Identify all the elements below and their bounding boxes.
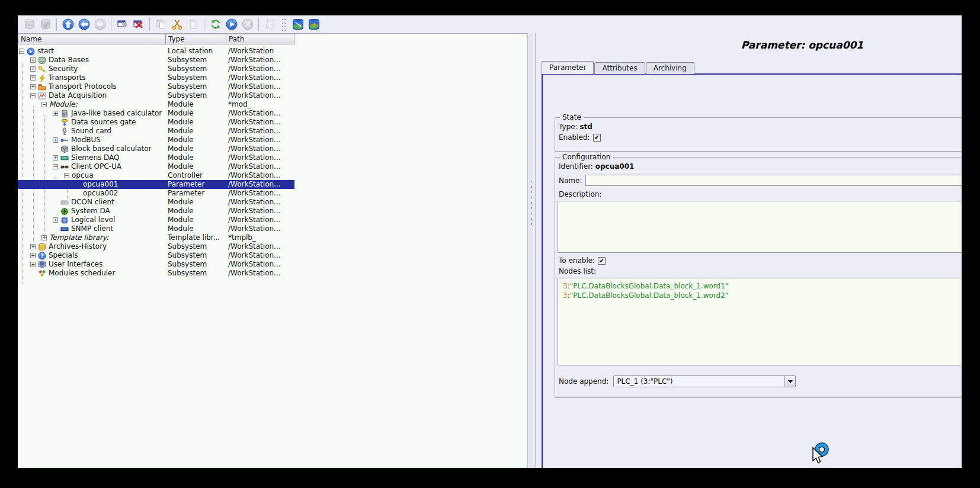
copy-item-button[interactable] xyxy=(153,17,169,32)
tree-row-opcua002[interactable]: opcua002Parameter/WorkStation... xyxy=(18,189,294,198)
expand-plus-icon[interactable]: + xyxy=(53,155,58,160)
tree-row-java-like-based-calculator[interactable]: +Java-like based calculatorModule/WorkSt… xyxy=(18,109,294,118)
tree-column-header-type[interactable]: Type xyxy=(166,34,226,44)
type-label: Type: xyxy=(559,123,578,131)
expand-plus-icon[interactable]: + xyxy=(30,66,36,72)
expand-plus-icon[interactable]: + xyxy=(53,137,58,143)
expand-plus-icon[interactable]: + xyxy=(41,235,47,240)
delete-item-button[interactable] xyxy=(130,17,146,32)
tree-item-type: Module xyxy=(166,136,226,145)
tree-row-opcua001[interactable]: opcua001Parameter/WorkStation... xyxy=(18,180,294,189)
tree-row-snmp-client[interactable]: SNMP clientModule/WorkStation... xyxy=(18,224,294,233)
expand-plus-icon[interactable]: + xyxy=(30,253,36,258)
collapse-minus-icon[interactable]: − xyxy=(30,93,36,98)
tree-row-user-interfaces[interactable]: +User InterfacesSubsystem/WorkStation... xyxy=(18,260,294,269)
tree-header: NameTypePath xyxy=(18,34,527,44)
expand-plus-icon[interactable]: + xyxy=(30,244,36,249)
dev-tools-button-2[interactable] xyxy=(306,17,322,32)
tree-item-type: Module xyxy=(166,162,226,171)
tree-item-type: Module xyxy=(166,207,226,216)
tree-row-security[interactable]: +SecuritySubsystem/WorkStation... xyxy=(18,65,294,73)
tab-archiving[interactable]: Archiving xyxy=(646,62,694,74)
configurator-window: NameTypePath −startLocal station/WorkSta… xyxy=(18,15,962,468)
mouse-cursor xyxy=(806,441,833,468)
toolbar-separator xyxy=(204,18,204,31)
cut-item-button[interactable] xyxy=(169,17,185,32)
clear-button[interactable] xyxy=(262,17,278,32)
go-back-button[interactable] xyxy=(76,17,92,32)
start-button[interactable] xyxy=(223,17,239,32)
tree-row-opcua[interactable]: −opcuaController/WorkStation... xyxy=(18,171,294,180)
tree-row-sound-card[interactable]: Sound cardModule/WorkStation... xyxy=(18,127,294,136)
tree-column-header-path[interactable]: Path xyxy=(226,34,294,44)
tab-parameter[interactable]: Parameter xyxy=(542,61,594,74)
go-up-button[interactable] xyxy=(60,17,76,32)
parameter-panel: Parameter: opcua001 ParameterAttributesA… xyxy=(536,33,962,468)
stop-button[interactable] xyxy=(239,17,255,32)
expand-plus-icon[interactable]: + xyxy=(53,217,58,223)
tree-item-label: Siemens DAQ xyxy=(71,153,120,162)
go-forward-button[interactable] xyxy=(92,17,108,32)
tree-row-logical-level[interactable]: +Logical levelModule/WorkStation... xyxy=(18,216,294,224)
name-field[interactable] xyxy=(585,175,962,186)
tree-row-data-sources-gate[interactable]: Data sources gateModule/WorkStation... xyxy=(18,118,294,127)
tree-row-block-based-calculator[interactable]: Block based calculatorModule/WorkStation… xyxy=(18,145,294,153)
tree-row-archives-history[interactable]: +Archives-HistorySubsystem/WorkStation..… xyxy=(18,242,294,251)
tree-column-header-name[interactable]: Name xyxy=(18,34,166,44)
collapse-minus-icon[interactable]: − xyxy=(41,102,47,107)
tree-row-template-library[interactable]: +Template library:Template libr...*tmplb… xyxy=(18,233,294,242)
tree-row-start[interactable]: −startLocal station/WorkStation xyxy=(18,47,294,56)
tree-item-path: /WorkStation... xyxy=(226,171,294,180)
tree-row-specials[interactable]: +SpecialsSubsystem/WorkStation... xyxy=(18,251,294,260)
tree-row-modbus[interactable]: +ModBUSModule/WorkStation... xyxy=(18,136,294,145)
add-item-button[interactable] xyxy=(114,17,130,32)
tree-item-path: /WorkStation... xyxy=(226,153,294,162)
tree-row-client-opc-ua[interactable]: −Client OPC-UAModule/WorkStation... xyxy=(18,162,294,171)
collapse-minus-icon[interactable]: − xyxy=(64,173,69,178)
collapse-minus-icon[interactable]: − xyxy=(53,164,58,169)
tree-row-transports[interactable]: +TransportsSubsystem/WorkStation... xyxy=(18,73,294,82)
tree-row-data-bases[interactable]: +Data BasesSubsystem/WorkStation... xyxy=(18,56,294,65)
expand-plus-icon[interactable]: + xyxy=(30,84,36,89)
tree-item-path: /WorkStation... xyxy=(226,189,294,198)
dev-tools-button-1[interactable] xyxy=(290,17,306,32)
description-field[interactable] xyxy=(558,201,962,253)
tree-item-path: /WorkStation... xyxy=(226,73,294,82)
tree-item-label: Logical level xyxy=(71,216,115,224)
paste-item-button[interactable] xyxy=(185,17,201,32)
tree-row-modules-scheduler[interactable]: Modules schedulerSubsystem/WorkStation..… xyxy=(18,269,294,278)
gate-icon xyxy=(60,118,69,127)
node-append-value: PLC_1 (3:"PLC") xyxy=(614,377,784,386)
load-from-db-button[interactable] xyxy=(21,17,37,32)
refresh-button[interactable] xyxy=(207,17,223,32)
tree-row-data-acquisition[interactable]: −Data AcquisitionSubsystem/WorkStation..… xyxy=(18,91,294,100)
tree-item-label: Client OPC-UA xyxy=(71,162,121,171)
save-to-db-button[interactable] xyxy=(37,17,53,32)
node-append-combobox[interactable]: PLC_1 (3:"PLC") xyxy=(613,375,796,387)
tree-row-transport-protocols[interactable]: +Transport ProtocolsSubsystem/WorkStatio… xyxy=(18,82,294,91)
tree-item-label: opcua xyxy=(72,171,94,180)
expand-plus-icon[interactable]: + xyxy=(30,57,36,63)
tree-row-siemens-daq[interactable]: +Siemens DAQModule/WorkStation... xyxy=(18,153,294,162)
tree-item-label: SNMP client xyxy=(71,224,113,233)
tree-item-type: Module xyxy=(166,145,226,153)
expand-plus-icon[interactable]: + xyxy=(53,111,58,116)
tree-row-dcon-client[interactable]: DCON clientModule/WorkStation... xyxy=(18,198,294,207)
enabled-checkbox[interactable]: ✔ xyxy=(593,134,601,142)
panel-splitter[interactable] xyxy=(527,33,536,468)
expand-plus-icon[interactable]: + xyxy=(30,75,36,81)
tree-item-label: Data Acquisition xyxy=(49,91,107,100)
tree-row-module[interactable]: −Module:Module*mod_ xyxy=(18,100,294,109)
chevron-down-icon[interactable] xyxy=(784,376,795,387)
tree-item-type: Subsystem xyxy=(166,91,226,100)
chip-icon xyxy=(60,216,69,224)
page-icon xyxy=(264,18,276,30)
collapse-minus-icon[interactable]: − xyxy=(19,49,24,54)
tree-row-system-da[interactable]: System DAModule/WorkStation... xyxy=(18,207,294,216)
tree-item-label: User Interfaces xyxy=(49,260,103,269)
expand-plus-icon[interactable]: + xyxy=(30,262,36,267)
nodes-list-field[interactable]: 3:"PLC.DataBlocksGlobal.Data_block_1.wor… xyxy=(558,278,962,365)
node-entry: 3:"PLC.DataBlocksGlobal.Data_block_1.wor… xyxy=(558,291,962,300)
to-enable-checkbox[interactable]: ✔ xyxy=(598,257,606,265)
tab-attributes[interactable]: Attributes xyxy=(594,62,645,74)
